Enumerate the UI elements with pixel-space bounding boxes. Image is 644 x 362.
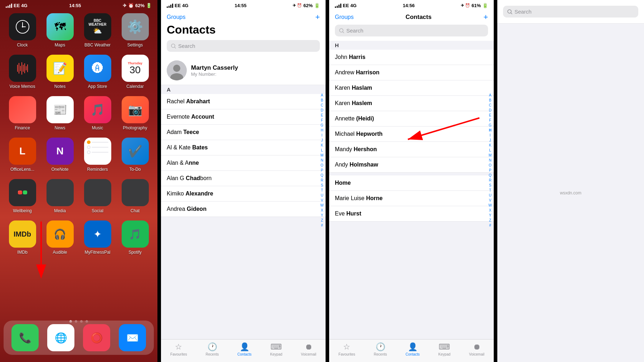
app-todo[interactable]: ✔️ To-Do: [120, 138, 150, 172]
alpha-i[interactable]: I: [319, 133, 325, 138]
contact-row[interactable]: Kimiko Alexandre: [161, 186, 326, 202]
alpha3-z[interactable]: Z: [487, 218, 493, 223]
app-media[interactable]: Media: [45, 179, 75, 213]
alpha3-y[interactable]: Y: [487, 213, 493, 218]
add-contact-button-3[interactable]: +: [483, 13, 488, 22]
alpha-p[interactable]: P: [319, 168, 325, 173]
alpha3-l[interactable]: L: [487, 148, 493, 153]
alpha3-u[interactable]: U: [487, 193, 493, 198]
app-officelens[interactable]: L OfficeLens...: [7, 138, 38, 172]
alpha-t[interactable]: T: [319, 188, 325, 193]
alpha-w[interactable]: W: [319, 203, 325, 208]
tab-keypad-2[interactable]: ⌨ Keypad: [270, 342, 282, 356]
alpha3-v[interactable]: V: [487, 198, 493, 203]
groups-button[interactable]: Groups: [167, 14, 185, 20]
alpha-hash[interactable]: #: [319, 223, 325, 228]
dock-pocket[interactable]: ⭕: [83, 324, 110, 351]
contact-row-home[interactable]: Home: [329, 175, 494, 191]
alpha3-p[interactable]: P: [487, 168, 493, 173]
contact-row-heidi[interactable]: Annette (Heidi): [329, 111, 494, 127]
alpha-e[interactable]: E: [319, 113, 325, 118]
alpha-g[interactable]: G: [319, 123, 325, 128]
alpha-q[interactable]: Q: [319, 173, 325, 178]
alpha-o[interactable]: O: [319, 163, 325, 168]
alpha3-m[interactable]: M: [487, 153, 493, 158]
alpha3-c[interactable]: C: [487, 103, 493, 108]
contact-row-hurst[interactable]: Eve Hurst: [329, 206, 494, 222]
alpha-r[interactable]: R: [319, 178, 325, 183]
contact-row-horne[interactable]: Marie Luise Horne: [329, 191, 494, 206]
contact-row[interactable]: Adam Teece: [161, 125, 326, 140]
app-music[interactable]: 🎵 Music: [82, 96, 113, 130]
contact-row-harrison[interactable]: Andrew Harrison: [329, 65, 494, 80]
alpha-f[interactable]: F: [319, 118, 325, 123]
contact-row-haslam[interactable]: Karen Haslam: [329, 80, 494, 96]
app-onenote[interactable]: N OneNote: [45, 138, 75, 172]
alpha3-g[interactable]: G: [487, 123, 493, 128]
app-finance[interactable]: Finance: [7, 96, 38, 130]
alpha3-o[interactable]: O: [487, 163, 493, 168]
app-spotify[interactable]: 🎵 Spotify: [120, 220, 150, 255]
app-calendar[interactable]: Thursday 30 Calendar: [120, 55, 150, 89]
alpha3-w[interactable]: W: [487, 203, 493, 208]
contact-row-harris[interactable]: John Harris: [329, 50, 494, 65]
alpha-n[interactable]: N: [319, 158, 325, 163]
alpha-d[interactable]: D: [319, 108, 325, 113]
contacts-search-bar[interactable]: Search: [167, 40, 320, 52]
alpha-m[interactable]: M: [319, 153, 325, 158]
app-reminders[interactable]: Reminders: [82, 138, 113, 172]
alpha3-a[interactable]: A: [487, 93, 493, 98]
my-contact-card[interactable]: Martyn Casserly My Number:: [161, 56, 326, 85]
contact-row[interactable]: Al & Kate Bates: [161, 140, 326, 155]
alpha3-b[interactable]: B: [487, 98, 493, 103]
alpha3-q[interactable]: Q: [487, 173, 493, 178]
right-search-bar[interactable]: Search: [503, 6, 638, 18]
alpha3-k[interactable]: K: [487, 143, 493, 148]
contact-row[interactable]: Evernote Account: [161, 109, 326, 125]
app-myfitnesspal[interactable]: ✦ MyFitnessPal: [82, 220, 113, 255]
tab-favourites-2[interactable]: ☆ Favourites: [170, 342, 187, 356]
alpha3-r[interactable]: R: [487, 178, 493, 183]
alpha-z[interactable]: Z: [319, 218, 325, 223]
tab-recents-2[interactable]: 🕐 Recents: [206, 342, 219, 356]
app-notes[interactable]: 📝 Notes: [45, 55, 75, 89]
app-audible[interactable]: 🎧 Audible: [45, 220, 75, 255]
dock-phone[interactable]: 📞: [11, 324, 39, 351]
alpha3-h[interactable]: H: [487, 128, 493, 133]
app-maps[interactable]: 🗺 Maps: [45, 13, 75, 48]
tab-contacts-3[interactable]: 👤 Contacts: [406, 342, 420, 356]
alpha-x[interactable]: X: [319, 208, 325, 213]
contact-row-holmshaw[interactable]: Andy Holmshaw: [329, 157, 494, 173]
alpha3-x[interactable]: X: [487, 208, 493, 213]
app-voice-memos[interactable]: Voice Memos: [7, 55, 38, 89]
alpha-y[interactable]: Y: [319, 213, 325, 218]
tab-keypad-3[interactable]: ⌨ Keypad: [438, 342, 450, 356]
alpha-s[interactable]: S: [319, 183, 325, 188]
alpha-a[interactable]: A: [319, 93, 325, 98]
contact-row-hepworth[interactable]: Michael Hepworth: [329, 127, 494, 142]
alpha-k[interactable]: K: [319, 143, 325, 148]
alpha3-i[interactable]: I: [487, 133, 493, 138]
app-settings[interactable]: ⚙️ Settings: [120, 13, 150, 48]
alpha3-f[interactable]: F: [487, 118, 493, 123]
alpha3-n[interactable]: N: [487, 158, 493, 163]
contact-row[interactable]: Andrea Gideon: [161, 202, 326, 217]
alpha-h[interactable]: H: [319, 128, 325, 133]
alpha3-t[interactable]: T: [487, 188, 493, 193]
tab-contacts-2[interactable]: 👤 Contacts: [238, 342, 252, 356]
alpha3-hash[interactable]: #: [487, 223, 493, 228]
search-bar-3[interactable]: Search: [335, 25, 488, 36]
alpha3-d[interactable]: D: [487, 108, 493, 113]
dock-mail[interactable]: ✉️: [119, 324, 146, 351]
contact-row-hershon[interactable]: Mandy Hershon: [329, 142, 494, 157]
tab-favourites-3[interactable]: ☆ Favourites: [338, 342, 355, 356]
alpha-v[interactable]: V: [319, 198, 325, 203]
contact-row[interactable]: Alan G Chadborn: [161, 171, 326, 186]
app-app-store[interactable]: 🅐 App Store: [82, 55, 113, 89]
app-imdb[interactable]: IMDb IMDb: [7, 220, 38, 255]
tab-voicemail-2[interactable]: ⏺ Voicemail: [301, 342, 316, 356]
app-bbc-weather[interactable]: BBC WEATHER ⛅ BBC Weather: [82, 13, 113, 48]
app-social[interactable]: Social: [82, 179, 113, 213]
groups-button-3[interactable]: Groups: [335, 14, 353, 20]
alpha-l[interactable]: L: [319, 148, 325, 153]
